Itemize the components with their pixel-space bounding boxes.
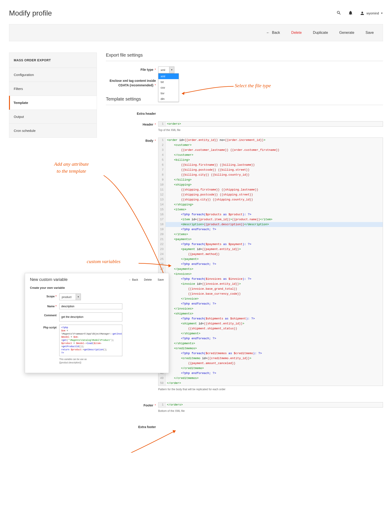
modal-subtitle: Create your own variable	[30, 286, 164, 289]
action-bar: ← Back Delete Duplicate Generate Save	[9, 24, 383, 41]
code-line[interactable]: 32 {{invoice.base_currency_code}}	[158, 292, 383, 297]
footer-label: Footer*	[106, 402, 158, 407]
code-line[interactable]: 42 </shipments>	[158, 341, 383, 346]
code-line[interactable]: 25 </payment>	[158, 257, 383, 262]
php-script-input[interactable]: <?php $om = \Magento\Framework\App\Objec…	[59, 325, 122, 356]
code-line[interactable]: 15 <items>	[158, 207, 383, 212]
header-editor[interactable]: 1<orders>	[158, 121, 383, 127]
code-line[interactable]: 50</order>	[158, 381, 383, 386]
chevron-down-icon: ▼	[381, 12, 383, 14]
modal-delete-button[interactable]: Delete	[144, 278, 152, 281]
code-line[interactable]: 34 <?php endforeach; ?>	[158, 301, 383, 306]
template-settings-title: Template settings	[106, 96, 383, 105]
user-name: wyomind	[367, 11, 379, 15]
code-line[interactable]: 3 {{order.customer_lastname}} {{order.cu…	[158, 148, 383, 153]
code-line[interactable]: 18 <description>{{product.description}}<…	[158, 222, 383, 227]
sidebar-item-output[interactable]: Output	[9, 110, 97, 124]
code-line[interactable]: 37 <?php foreach($shipments as $shipment…	[158, 316, 383, 321]
code-line[interactable]: 35 </invoices>	[158, 306, 383, 311]
code-line[interactable]: 1<order id={{order.entity_id}} no={{orde…	[158, 138, 383, 143]
modal-save-button[interactable]: Save	[158, 278, 164, 281]
file-type-dropdown: xmltxtcsvtsvdin	[158, 73, 179, 102]
scope-select[interactable]: product ▼	[59, 293, 81, 300]
file-type-option-tsv[interactable]: tsv	[158, 90, 179, 96]
file-type-select[interactable]: xml ▼	[158, 66, 174, 73]
arrow-left-icon: ←	[266, 31, 270, 35]
code-line[interactable]: 45 <creditmemo id={{creditmemo.entity_id…	[158, 356, 383, 361]
code-line[interactable]: 49 </creditmemos>	[158, 376, 383, 381]
code-line[interactable]: 41 <?php endforeach; ?>	[158, 336, 383, 341]
code-line[interactable]: 21 <payments>	[158, 237, 383, 242]
code-line[interactable]: 8 {{billing.city}} {{billing.country_id}…	[158, 172, 383, 177]
code-line[interactable]: 36 <shipments>	[158, 311, 383, 316]
sidebar-item-filters[interactable]: Filters	[9, 82, 97, 96]
code-line[interactable]: 47 </creditmemo>	[158, 366, 383, 371]
search-icon[interactable]	[336, 10, 341, 16]
body-label: Body*	[106, 137, 158, 142]
name-input[interactable]	[59, 303, 122, 309]
code-line[interactable]: 33 </invoice>	[158, 297, 383, 301]
file-type-label: File type*	[106, 66, 158, 71]
code-line[interactable]: 39 {{shipment.shipment_status}}	[158, 326, 383, 331]
code-line[interactable]: 48 <?php endforeach; ?>	[158, 371, 383, 376]
code-line[interactable]: 7 {{billing.postcode}} {{billing.street}…	[158, 168, 383, 172]
code-line[interactable]: 30 <invoice id={{invoice.entity_id}}>	[158, 282, 383, 287]
code-line[interactable]: 17 <item id={{product.item_id}}>{{produc…	[158, 217, 383, 222]
code-line[interactable]: 24 {{payment.method}}	[158, 252, 383, 257]
code-line[interactable]: 43 <creditmemos>	[158, 346, 383, 351]
sidebar-item-template[interactable]: Template	[9, 96, 97, 110]
sidebar-item-configuration[interactable]: Configuration	[9, 68, 97, 82]
footer-editor[interactable]: 1</orders>	[158, 402, 383, 408]
code-line[interactable]: 4 </customer>	[158, 153, 383, 158]
cdata-label: Enclose xml tag content inside CDATA (re…	[106, 77, 158, 87]
code-line[interactable]: 2 <customer>	[158, 143, 383, 148]
sidebar: MASS ORDER EXPORT ConfigurationFiltersTe…	[9, 52, 97, 138]
code-line[interactable]: 46 {{payment.amount_canceled}}	[158, 361, 383, 366]
code-line[interactable]: 22 <?php foreach($payments as $payment):…	[158, 242, 383, 247]
generate-button[interactable]: Generate	[339, 31, 354, 35]
code-line[interactable]: 11 {{shipping.firstname}} {{shipping.las…	[158, 187, 383, 192]
duplicate-button[interactable]: Duplicate	[313, 31, 328, 35]
code-line[interactable]: 31 {{invoice.base_grand_total}}	[158, 287, 383, 292]
comment-input[interactable]	[59, 312, 122, 321]
header-label: Header*	[106, 121, 158, 126]
code-line[interactable]: 6 {{billing.firstname}} {{billing.lastna…	[158, 163, 383, 168]
header-help: Top of the XML file	[158, 128, 383, 132]
sidebar-item-cron-schedule[interactable]: Cron schedule	[9, 124, 97, 137]
code-line[interactable]: 40 </shipment>	[158, 331, 383, 336]
chevron-down-icon: ▼	[76, 294, 81, 300]
file-type-option-din[interactable]: din	[158, 96, 179, 102]
svg-marker-0	[182, 92, 185, 95]
code-line[interactable]: 26 <?php endforeach; ?>	[158, 262, 383, 267]
code-line[interactable]: 29 <?php foreach($invoices as $invoice):…	[158, 277, 383, 282]
code-line[interactable]: 16 <?php foreach($products as $product):…	[158, 212, 383, 217]
code-line[interactable]: 19 <?php endforeach; ?>	[158, 227, 383, 232]
code-line[interactable]: 14 </shipping>	[158, 202, 383, 207]
custom-variable-modal: New custom variable ← Back Delete Save C…	[25, 273, 169, 373]
code-line[interactable]: 27 </payments>	[158, 267, 383, 272]
user-menu[interactable]: wyomind ▼	[360, 11, 383, 16]
code-line[interactable]: 28 <invoices>	[158, 272, 383, 277]
extra-footer-label: Extra footer	[106, 424, 158, 429]
file-type-option-txt[interactable]: txt	[158, 79, 179, 85]
file-type-option-xml[interactable]: xml	[158, 74, 179, 79]
file-type-option-csv[interactable]: csv	[158, 85, 179, 90]
code-line[interactable]: 10 <shipping>	[158, 182, 383, 187]
svg-marker-3	[173, 430, 176, 433]
modal-back-button[interactable]: ← Back	[129, 278, 138, 281]
notifications-icon[interactable]	[348, 10, 353, 16]
annotation-attribute: Add any attributeto the template	[54, 161, 89, 175]
code-line[interactable]: 38 <shipment id={{shipment.entity_id}}>	[158, 321, 383, 326]
code-line[interactable]: 9 </billing>	[158, 177, 383, 182]
code-line[interactable]: 13 {{shipping.city}} {{shipping.country_…	[158, 197, 383, 202]
code-line[interactable]: 12 {{shipping.postcode}} {{shipping.stre…	[158, 192, 383, 197]
delete-button[interactable]: Delete	[291, 31, 302, 35]
code-line[interactable]: 23 <payment id={{payment.entity_id}}>	[158, 247, 383, 252]
back-button[interactable]: ← Back	[266, 31, 280, 35]
code-line[interactable]: 44 <?php foreach($creditmemos as $credit…	[158, 351, 383, 356]
annotation-custom-vars: custom variables	[87, 259, 121, 264]
body-editor[interactable]: 1<order id={{order.entity_id}} no={{orde…	[158, 137, 383, 386]
code-line[interactable]: 5 <billing>	[158, 158, 383, 163]
save-button[interactable]: Save	[366, 31, 374, 35]
code-line[interactable]: 20 </items>	[158, 232, 383, 237]
